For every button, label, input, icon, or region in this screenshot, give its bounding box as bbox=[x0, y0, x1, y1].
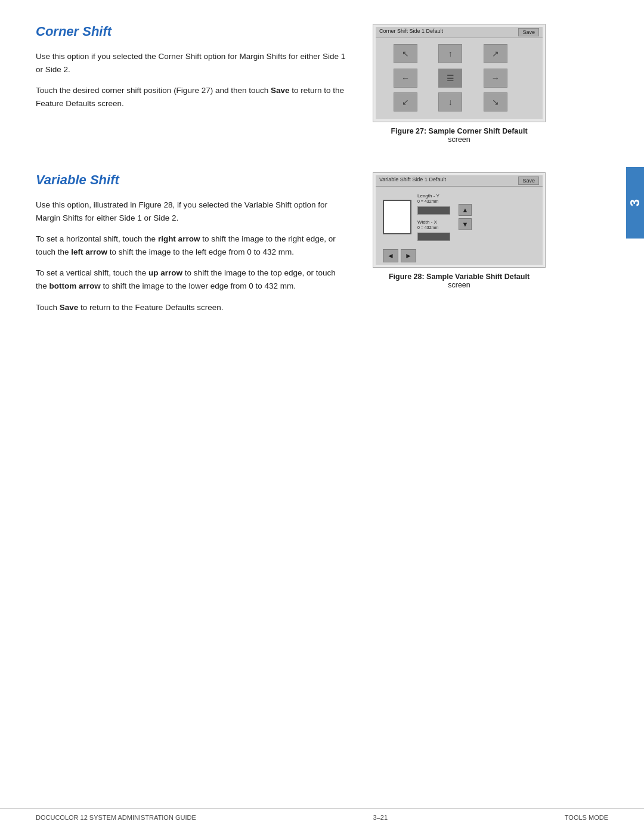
width-field-row: Width - X0 = 432mm bbox=[417, 219, 450, 230]
variable-shift-para-1: Use this option, illustrated in Figure 2… bbox=[36, 199, 346, 224]
footer-right: TOOLS MODE bbox=[565, 814, 608, 821]
variable-shift-fig: Variable Shift Side 1 Default Save Lengt… bbox=[376, 175, 543, 265]
down-arrow-btn[interactable]: ▼ bbox=[459, 218, 472, 230]
length-label: Length - Y0 = 432mm bbox=[417, 193, 439, 204]
corner-btn-center[interactable]: ☰ bbox=[438, 69, 462, 88]
length-input[interactable] bbox=[417, 206, 450, 215]
corner-btn-bot-right[interactable]: ↘ bbox=[484, 92, 507, 112]
variable-shift-doc-preview bbox=[383, 200, 411, 234]
variable-shift-caption: Figure 28: Sample Variable Shift Default… bbox=[389, 272, 530, 289]
corner-btn-bot-left[interactable]: ↙ bbox=[394, 92, 417, 112]
corner-btn-top-right[interactable]: ↗ bbox=[484, 44, 507, 63]
corner-shift-caption: Figure 27: Sample Corner Shift Defaultsc… bbox=[391, 127, 527, 144]
corner-btn-mid-left[interactable]: ← bbox=[394, 69, 417, 88]
page-footer: DOCUCOLOR 12 SYSTEM ADMINISTRATION GUIDE… bbox=[0, 809, 644, 821]
variable-shift-text-col: Variable Shift Use this option, illustra… bbox=[36, 172, 346, 322]
corner-shift-fig: Corner Shift Side 1 Default Save ↖ ↑ ↗ ←… bbox=[376, 27, 543, 119]
variable-shift-vertical-arrows: ▲ ▼ bbox=[459, 204, 472, 230]
corner-shift-section: Corner Shift Use this option if you sele… bbox=[36, 24, 555, 156]
variable-shift-figure-box: Variable Shift Side 1 Default Save Lengt… bbox=[373, 172, 546, 268]
variable-shift-horizontal-arrows: ◄ ► bbox=[376, 247, 543, 265]
section-tab: 3 bbox=[626, 167, 644, 239]
corner-btn-top-left[interactable]: ↖ bbox=[394, 44, 417, 63]
corner-shift-heading: Corner Shift bbox=[36, 24, 346, 39]
corner-shift-text-col: Corner Shift Use this option if you sele… bbox=[36, 24, 346, 156]
variable-shift-save-btn[interactable]: Save bbox=[518, 176, 539, 185]
variable-shift-para-4: Touch Save to return to the Feature Defa… bbox=[36, 301, 346, 314]
right-arrow-btn[interactable]: ► bbox=[401, 249, 416, 262]
up-arrow-btn[interactable]: ▲ bbox=[459, 204, 472, 216]
corner-shift-figure-col: Corner Shift Side 1 Default Save ↖ ↑ ↗ ←… bbox=[364, 24, 555, 156]
width-input[interactable] bbox=[417, 233, 450, 241]
corner-btn-mid-right[interactable]: → bbox=[484, 69, 507, 88]
corner-btn-top-center[interactable]: ↑ bbox=[438, 44, 462, 63]
section-tab-number: 3 bbox=[627, 199, 643, 206]
corner-btn-bot-center[interactable]: ↓ bbox=[438, 92, 462, 112]
variable-shift-figure-col: Variable Shift Side 1 Default Save Lengt… bbox=[364, 172, 555, 322]
width-label: Width - X0 = 432mm bbox=[417, 219, 438, 230]
variable-shift-section: Variable Shift Use this option, illustra… bbox=[36, 172, 555, 322]
variable-shift-para-3: To set a vertical shift, touch the up ar… bbox=[36, 267, 346, 292]
variable-shift-fields: Length - Y0 = 432mm Width - X0 = 432mm bbox=[417, 193, 450, 241]
variable-shift-fig-title: Variable Shift Side 1 Default bbox=[379, 176, 446, 185]
left-arrow-btn[interactable]: ◄ bbox=[383, 249, 398, 262]
corner-shift-figure-box: Corner Shift Side 1 Default Save ↖ ↑ ↗ ←… bbox=[373, 24, 546, 122]
corner-shift-para-1: Use this option if you selected the Corn… bbox=[36, 50, 346, 76]
variable-shift-para-2: To set a horizontal shift, touch the rig… bbox=[36, 233, 346, 258]
corner-shift-para-2: Touch the desired corner shift position … bbox=[36, 84, 346, 110]
footer-left: DOCUCOLOR 12 SYSTEM ADMINISTRATION GUIDE bbox=[36, 814, 196, 821]
variable-shift-inner: Length - Y0 = 432mm Width - X0 = 432mm ▲ bbox=[376, 187, 543, 247]
corner-shift-title-bar: Corner Shift Side 1 Default Save bbox=[376, 27, 543, 38]
corner-shift-save-btn[interactable]: Save bbox=[518, 28, 539, 36]
variable-shift-heading: Variable Shift bbox=[36, 172, 346, 188]
footer-center: 3–21 bbox=[373, 814, 388, 821]
corner-shift-grid: ↖ ↑ ↗ ← ☰ → ↙ ↓ ↘ bbox=[376, 38, 543, 119]
corner-shift-fig-title: Corner Shift Side 1 Default bbox=[379, 28, 443, 36]
length-field-row: Length - Y0 = 432mm bbox=[417, 193, 450, 204]
variable-shift-title-bar: Variable Shift Side 1 Default Save bbox=[376, 175, 543, 187]
